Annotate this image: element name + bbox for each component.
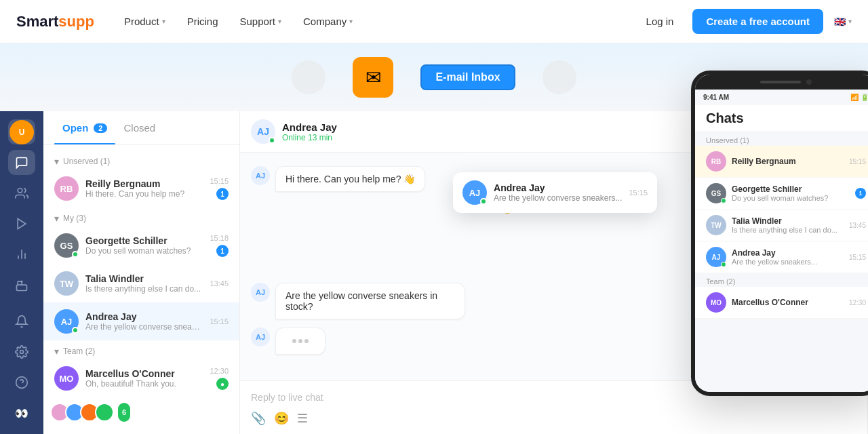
avatar: TW [54, 271, 79, 296]
login-button[interactable]: Log in [638, 10, 682, 33]
unread-badge: 1 [216, 245, 229, 257]
nav-links: Product ▾ Pricing Support ▾ Company ▾ [116, 10, 638, 33]
unread-badge: 1 [216, 188, 229, 200]
chat-meta: 13:45 [210, 279, 229, 288]
typing-dot [304, 339, 309, 343]
template-icon[interactable]: ☰ [297, 411, 308, 426]
online-indicator [480, 198, 487, 205]
chat-meta: 15:15 [210, 317, 229, 326]
chevron-down-icon: ▾ [162, 18, 165, 25]
tooltip-avatar: AJ [462, 180, 487, 205]
online-dot [721, 198, 726, 203]
avatar: U [9, 120, 34, 144]
email-inbox-badge[interactable]: E-mail Inbox [420, 64, 515, 90]
phone-chat-info: Andrea Jay Are the yellow sneakers... [732, 248, 844, 266]
create-account-button[interactable]: Create a free account [692, 9, 823, 34]
svg-point-0 [18, 189, 22, 193]
hero-decoration-right [542, 60, 576, 94]
email-icon: ✉ [353, 57, 393, 98]
message-avatar: AJ [251, 283, 270, 302]
message-bubble-incoming: Are the yellow converse sneakers in stoc… [275, 283, 465, 319]
list-item[interactable]: MO Marcellus O'Conner Oh, beautiful! Tha… [43, 359, 239, 397]
chat-preview: Do you sell woman watches? [85, 246, 203, 256]
chat-info: Andrea Jay Are the yellow converse sneak… [85, 311, 203, 332]
phone-list-item[interactable]: MO Marcellus O'Conner 12:30 [695, 287, 868, 319]
chat-name: Reilly Bergnaum [85, 178, 203, 189]
contact-avatar: AJ [251, 119, 275, 144]
nav-company[interactable]: Company ▾ [295, 10, 361, 33]
language-selector[interactable]: 🇬🇧 ▾ [834, 16, 852, 27]
phone-chat-time: 13:45 [849, 222, 866, 229]
chat-window: AJ Andrea Jay Online 13 min P ▾ ✓ Resolv… [240, 111, 868, 434]
sidebar: U 👀 [0, 111, 43, 434]
phone-list-item[interactable]: TW Talia Windler Is there anything else … [695, 210, 868, 241]
phone-chat-name: Andrea Jay [732, 248, 844, 258]
phone-chat-preview: Are the yellow sneakers... [732, 258, 844, 266]
phone-chat-time: 12:30 [849, 299, 866, 307]
typing-dot [292, 339, 296, 343]
phone-status-icons: 📶 🔋 [850, 94, 868, 101]
contact-name: Andrea Jay [282, 121, 702, 133]
typing-indicator [284, 334, 317, 349]
team-count-badge: 6 [118, 403, 130, 422]
section-team: ▾ Team (2) [43, 340, 239, 359]
phone-avatar: MO [706, 292, 726, 313]
phone-mockup: 9:41 AM 📶 🔋 Chats Unserved (1) RB Reilly… [691, 71, 868, 396]
unread-badge-green: ● [216, 378, 229, 390]
phone-avatar: RB [706, 151, 726, 172]
tooltip-message: Are the yellow converse sneakers... [494, 193, 622, 203]
tab-closed[interactable]: Closed [115, 111, 163, 144]
main-content: U 👀 Ope [0, 111, 868, 434]
chat-meta: 15:15 1 [210, 177, 229, 200]
tooltip-time: 15:15 [629, 189, 648, 197]
tooltip-info: Andrea Jay Are the yellow converse sneak… [494, 182, 622, 203]
emoji-icon[interactable]: 😊 [274, 411, 289, 426]
sidebar-icon-chat[interactable] [8, 150, 35, 175]
list-item[interactable]: RB Reilly Bergnaum Hi there. Can you hel… [43, 170, 239, 208]
sidebar-icon-contacts[interactable] [8, 180, 35, 205]
phone-list-item[interactable]: AJ Andrea Jay Are the yellow sneakers...… [695, 241, 868, 273]
avatar: GS [54, 233, 79, 258]
navigation: Smartsupp Product ▾ Pricing Support ▾ Co… [0, 0, 868, 43]
list-item[interactable]: TW Talia Windler Is there anything else … [43, 264, 239, 302]
tab-open[interactable]: Open 2 [54, 111, 115, 144]
list-item[interactable]: AJ Andrea Jay Are the yellow converse sn… [43, 302, 239, 340]
sidebar-icon-play[interactable] [8, 212, 35, 237]
chat-info: Reilly Bergnaum Hi there. Can you help m… [85, 178, 203, 199]
phone-chat-info: Marcellus O'Conner [732, 298, 844, 307]
phone-status-bar: 9:41 AM 📶 🔋 [695, 90, 868, 105]
chat-meta: 15:18 1 [210, 234, 229, 257]
online-indicator [72, 251, 79, 258]
phone-chat-preview: Do you sell woman watches? [732, 194, 850, 202]
chat-info: Marcellus O'Conner Oh, beautiful! Thank … [85, 368, 203, 389]
logo[interactable]: Smartsupp [16, 13, 94, 31]
sidebar-icon-avatar[interactable]: U [8, 119, 35, 144]
conversation-list: ▾ Unserved (1) RB Reilly Bergnaum Hi the… [43, 145, 239, 434]
chat-time: 12:30 [210, 367, 229, 375]
chat-time: 15:15 [210, 177, 229, 185]
sidebar-icon-emoji[interactable]: 👀 [8, 401, 35, 426]
phone-camera [806, 79, 812, 85]
sidebar-icon-bot[interactable] [8, 273, 35, 298]
chat-time: 15:15 [210, 317, 229, 326]
nav-support[interactable]: Support ▾ [231, 10, 290, 33]
sidebar-icon-help[interactable] [8, 370, 35, 395]
chat-tabs: Open 2 Closed [43, 111, 239, 145]
message-avatar: AJ [251, 166, 270, 185]
sidebar-icon-settings[interactable] [8, 339, 35, 364]
chat-info: Talia Windler Is there anything else I c… [85, 273, 203, 294]
list-item[interactable]: GS Georgette Schiller Do you sell woman … [43, 226, 239, 264]
phone-chat-time: 15:15 [849, 254, 866, 261]
nav-product[interactable]: Product ▾ [116, 10, 174, 33]
phone-chat-name: Reilly Bergnaum [732, 157, 844, 166]
phone-list-item[interactable]: RB Reilly Bergnaum 15:15 [695, 146, 868, 178]
chevron-down-icon: ▾ [278, 18, 281, 25]
sidebar-icon-analytics[interactable] [8, 242, 35, 267]
sidebar-icon-notifications[interactable] [8, 309, 35, 334]
chat-name: Andrea Jay [85, 311, 203, 322]
nav-pricing[interactable]: Pricing [179, 10, 226, 33]
phone-chat-preview: Is there anything else I can do... [732, 226, 844, 234]
team-avatars-row: 6 [43, 397, 239, 427]
attachment-icon[interactable]: 📎 [251, 411, 266, 426]
phone-list-item[interactable]: GS Georgette Schiller Do you sell woman … [695, 178, 868, 210]
